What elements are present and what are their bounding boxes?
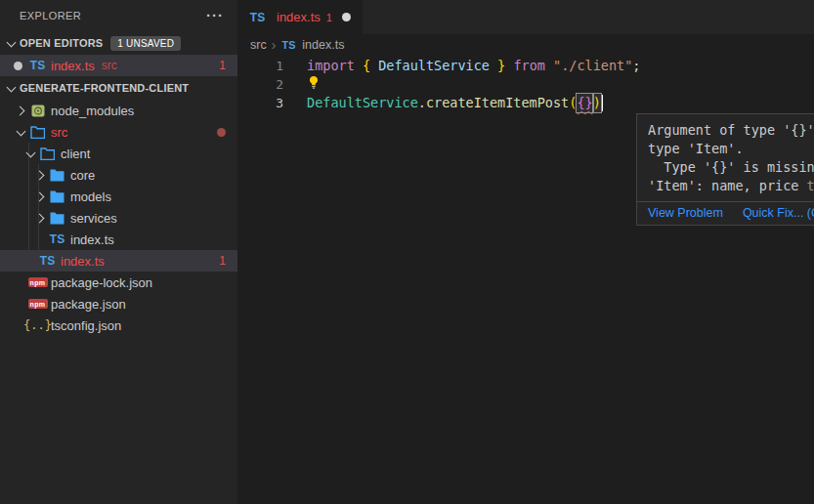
open-editors-section-header[interactable]: OPEN EDITORS 1 UNSAVED — [0, 31, 237, 55]
explorer-sidebar: EXPLORER ··· OPEN EDITORS 1 UNSAVED TS i… — [0, 0, 237, 504]
tree-item-label: tsconfig.json — [51, 318, 121, 333]
error-message-line: Type '{}' is missing the following prope… — [648, 158, 814, 177]
modified-dot-icon — [14, 62, 22, 70]
tooltip-actions: View ProblemQuick Fix... (Ctrl+.) — [637, 201, 814, 225]
tree-item-package-json[interactable]: npmpackage.json — [0, 293, 237, 315]
line-content: import { DefaultService } from "./client… — [283, 57, 640, 75]
tree-item-core[interactable]: core — [0, 164, 237, 186]
code-token: . — [418, 94, 426, 112]
quick-fix-link[interactable]: Quick Fix... (Ctrl+.) — [743, 206, 814, 220]
chevron-spacer — [14, 317, 29, 333]
error-tooltip: Argument of type '{}' is not assignable … — [636, 113, 814, 226]
npm-icon: npm — [29, 296, 46, 312]
typescript-icon: TS — [249, 10, 266, 25]
explorer-header: EXPLORER ··· — [0, 0, 237, 31]
folder-open-icon — [29, 124, 46, 140]
folder-icon — [49, 210, 65, 226]
chevron-down-icon[interactable] — [4, 35, 20, 51]
code-token: createItemItemPost — [426, 94, 569, 112]
chevron-right-icon: › — [272, 39, 277, 51]
code-token: import — [307, 57, 355, 75]
error-text: type 'Item'. — [648, 141, 744, 156]
code-token: DefaultService — [370, 57, 497, 75]
vscode-window: EXPLORER ··· OPEN EDITORS 1 UNSAVED TS i… — [0, 0, 814, 504]
unsaved-count-badge: 1 UNSAVED — [110, 36, 181, 51]
error-message-line: 'Item': name, price ts(2345) — [648, 177, 814, 195]
chevron-down-icon[interactable] — [14, 124, 29, 140]
tree-item-label: services — [70, 211, 117, 226]
tree-item-src[interactable]: src — [0, 121, 237, 143]
typescript-icon: TS — [39, 253, 56, 269]
tree-item-label: src — [51, 125, 67, 140]
error-token: {} — [577, 94, 592, 112]
folder-icon — [49, 189, 65, 204]
tree-item-index-ts[interactable]: TSindex.ts — [0, 229, 237, 250]
tree-item-client[interactable]: client — [0, 143, 237, 164]
tree-item-node-modules[interactable]: node_modules — [0, 100, 237, 121]
unsaved-dot-icon[interactable] — [342, 13, 351, 21]
tree-item-package-lock-json[interactable]: npmpackage-lock.json — [0, 272, 237, 293]
code-line-3[interactable]: 3DefaultService.createItemItemPost({}) — [237, 94, 814, 112]
error-message-line: Argument of type '{}' is not assignable … — [648, 121, 814, 140]
tree-item-services[interactable]: services — [0, 207, 237, 229]
json-config-icon: {..} — [29, 317, 46, 333]
tab-label: index.ts — [277, 10, 321, 24]
code-token — [505, 57, 513, 75]
chevron-right-icon[interactable] — [33, 210, 49, 226]
view-problem-link[interactable]: View Problem — [648, 206, 723, 220]
node-modules-folder-icon — [29, 103, 46, 118]
code-line-2[interactable]: 2 — [237, 75, 814, 94]
more-actions-icon[interactable]: ··· — [206, 11, 224, 21]
editor-area: TS index.ts 1 src › TS index.ts 1import … — [237, 0, 814, 504]
tree-item-label: models — [70, 189, 111, 204]
chevron-right-icon[interactable] — [33, 167, 49, 183]
tree-item-label: package.json — [51, 297, 126, 312]
folder-open-icon — [39, 146, 56, 161]
code-token: ; — [632, 57, 640, 75]
error-text: Argument of type '{}' is not assignable … — [648, 122, 814, 138]
code-line-1[interactable]: 1import { DefaultService } from "./clien… — [237, 57, 814, 75]
chevron-right-icon[interactable] — [33, 189, 49, 204]
code-token: ( — [569, 94, 577, 112]
explorer-title: EXPLORER — [20, 10, 81, 21]
code-token: "./client" — [553, 57, 632, 75]
error-dot-badge — [217, 128, 226, 137]
code-token: } — [497, 57, 505, 75]
tree-item-label: client — [61, 147, 90, 161]
code-token: { — [363, 57, 370, 75]
tree-item-label: core — [70, 168, 95, 183]
line-number: 1 — [237, 57, 283, 75]
chevron-down-icon[interactable] — [23, 146, 39, 161]
error-code: ts(2345) — [807, 178, 814, 193]
open-editors-label: OPEN EDITORS — [20, 37, 103, 49]
tree-item-label: index.ts — [70, 232, 114, 247]
workspace-section-header[interactable]: GENERATE-FRONTEND-CLIENT — [0, 76, 237, 100]
code-token: ) — [593, 94, 601, 112]
error-text: Type '{}' is missing the following prope… — [648, 159, 814, 175]
lightbulb-icon[interactable] — [307, 75, 321, 95]
error-message-line: type 'Item'. — [648, 140, 814, 158]
tab-index-ts[interactable]: TS index.ts 1 — [237, 0, 363, 34]
code-token — [545, 57, 553, 75]
open-editor-item-index-ts[interactable]: TS index.ts src 1 — [0, 55, 237, 76]
breadcrumb-folder[interactable]: src — [250, 38, 267, 52]
chevron-down-icon[interactable] — [4, 80, 20, 96]
tree-item-index-ts[interactable]: TSindex.ts1 — [0, 250, 237, 272]
tree-item-label: package-lock.json — [51, 275, 152, 290]
line-content — [283, 74, 321, 95]
open-editor-path: src — [102, 59, 117, 72]
chevron-right-icon[interactable] — [14, 103, 29, 118]
problems-count-badge: 1 — [219, 59, 226, 72]
text-cursor — [602, 95, 604, 111]
folder-icon — [49, 167, 65, 183]
workspace-label: GENERATE-FRONTEND-CLIENT — [20, 82, 189, 94]
breadcrumb: src › TS index.ts — [237, 34, 814, 56]
tree-item-tsconfig-json[interactable]: {..}tsconfig.json — [0, 315, 237, 336]
breadcrumb-file[interactable]: index.ts — [302, 38, 344, 52]
tab-bar: TS index.ts 1 — [237, 0, 814, 34]
chevron-spacer — [14, 274, 29, 290]
line-number: 3 — [237, 94, 283, 112]
error-text: 'Item': name, price — [648, 178, 807, 193]
tree-item-models[interactable]: models — [0, 186, 237, 207]
chevron-spacer — [23, 253, 39, 269]
